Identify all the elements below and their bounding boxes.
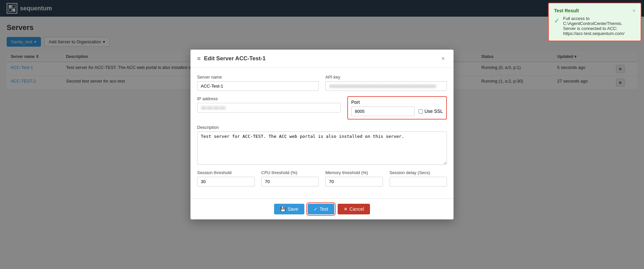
form-group-server-name: Server name bbox=[197, 75, 319, 91]
port-ssl-wrapper: Port Use SSL bbox=[347, 96, 447, 120]
form-row-4: Session threshold CPU threshold (%) Memo… bbox=[197, 170, 447, 186]
port-input[interactable] bbox=[351, 107, 415, 116]
server-name-label: Server name bbox=[197, 75, 319, 80]
ip-input[interactable] bbox=[197, 103, 341, 113]
ip-label: IP address bbox=[197, 96, 341, 101]
modal-title: Edit Server ACC-Test-1 bbox=[204, 55, 436, 62]
cancel-label: Cancel bbox=[350, 206, 364, 212]
cpu-threshold-label: CPU threshold (%) bbox=[261, 170, 319, 175]
form-group-description: Description Test server for ACC-TEST. Th… bbox=[197, 125, 447, 165]
modal-title-icon: ≡ bbox=[197, 55, 201, 62]
test-result-message: Full access to C:\AgentControlCenterThem… bbox=[563, 16, 635, 36]
form-group-session-delay: Session delay (Secs) bbox=[390, 170, 447, 186]
form-row-1: Server name API key bbox=[197, 75, 447, 91]
test-result-body: ✓ Full access to C:\AgentControlCenterTh… bbox=[554, 16, 635, 36]
session-delay-input[interactable] bbox=[390, 177, 447, 186]
form-group-cpu-threshold: CPU threshold (%) bbox=[261, 170, 319, 186]
modal-body: Server name API key IP address Port bbox=[190, 68, 454, 198]
edit-server-modal: ≡ Edit Server ACC-Test-1 × Server name A… bbox=[190, 50, 454, 219]
test-label: Test bbox=[320, 206, 328, 212]
check-icon: ✓ bbox=[554, 17, 560, 36]
test-result-title: Test Result bbox=[554, 8, 579, 13]
api-key-input[interactable] bbox=[325, 81, 447, 91]
form-group-memory-threshold: Memory threshold (%) bbox=[325, 170, 383, 186]
test-button[interactable]: ✓ Test bbox=[308, 204, 334, 214]
form-group-session-threshold: Session threshold bbox=[197, 170, 255, 186]
save-button[interactable]: 💾 Save bbox=[274, 204, 304, 214]
form-group-ip: IP address bbox=[197, 96, 341, 120]
save-icon: 💾 bbox=[280, 206, 286, 212]
use-ssl-group: Use SSL bbox=[419, 109, 443, 116]
modal-header: ≡ Edit Server ACC-Test-1 × bbox=[190, 50, 454, 68]
cancel-icon: ✕ bbox=[344, 206, 348, 212]
test-result-notification: Test Result × ✓ Full access to C:\AgentC… bbox=[548, 3, 641, 41]
test-result-header: Test Result × bbox=[554, 8, 635, 13]
port-label: Port bbox=[351, 100, 415, 105]
cancel-button[interactable]: ✕ Cancel bbox=[338, 204, 370, 214]
use-ssl-label: Use SSL bbox=[425, 109, 443, 114]
description-label: Description bbox=[197, 125, 447, 130]
form-row-3: Description Test server for ACC-TEST. Th… bbox=[197, 125, 447, 165]
session-threshold-input[interactable] bbox=[197, 177, 255, 186]
form-group-port: Port bbox=[351, 100, 415, 116]
save-label: Save bbox=[288, 206, 298, 212]
form-group-api-key: API key bbox=[325, 75, 447, 91]
api-key-label: API key bbox=[325, 75, 447, 80]
form-row-2: IP address Port Use SSL bbox=[197, 96, 447, 120]
use-ssl-checkbox[interactable] bbox=[419, 109, 423, 114]
modal-close-button[interactable]: × bbox=[439, 55, 447, 62]
modal-footer: 💾 Save ✓ Test ✕ Cancel bbox=[190, 198, 454, 219]
server-name-input[interactable] bbox=[197, 81, 319, 91]
test-icon: ✓ bbox=[314, 206, 318, 212]
memory-threshold-input[interactable] bbox=[325, 177, 383, 186]
cpu-threshold-input[interactable] bbox=[261, 177, 319, 186]
session-delay-label: Session delay (Secs) bbox=[390, 170, 447, 175]
test-result-close-button[interactable]: × bbox=[633, 8, 635, 13]
description-input[interactable]: Test server for ACC-TEST. The ACC web po… bbox=[197, 132, 447, 165]
memory-threshold-label: Memory threshold (%) bbox=[325, 170, 383, 175]
session-threshold-label: Session threshold bbox=[197, 170, 255, 175]
